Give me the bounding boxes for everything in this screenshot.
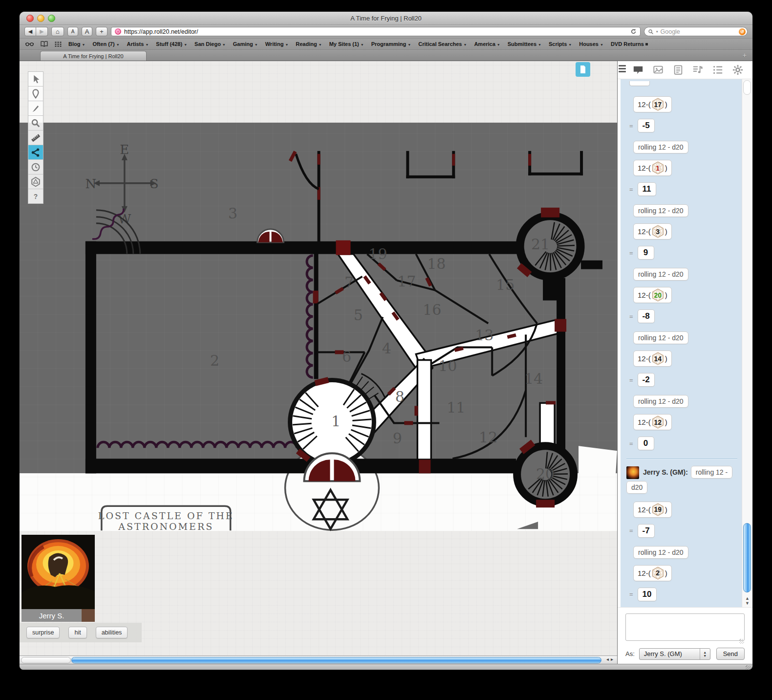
zoom-window-button[interactable] (48, 15, 55, 22)
svg-text:S: S (150, 176, 159, 191)
forward-button[interactable]: ▶ (36, 27, 48, 36)
browser-toolbar: ◀ ▶ ⌂ A A + https://app.roll20.net/edito… (20, 25, 752, 39)
bookmark-item[interactable]: Blog▼ (68, 41, 85, 47)
tool-zoom-magnifier[interactable] (28, 116, 43, 131)
character-portrait[interactable] (21, 535, 95, 609)
caret-down-icon: ▼ (145, 43, 149, 46)
home-button[interactable]: ⌂ (51, 27, 64, 36)
tool-draw-brush[interactable] (28, 101, 43, 116)
chat-scrollbar[interactable]: ▲▼ (742, 79, 752, 607)
journal-tab-icon[interactable] (672, 65, 684, 75)
room-label-2: 2 (210, 352, 219, 369)
d20-die: 17 (651, 98, 665, 111)
roll-result-row: =9 (629, 246, 737, 260)
horizontal-scrollbar[interactable]: ◂▸ (20, 656, 617, 664)
textarea-resize-grip[interactable] (739, 639, 744, 644)
search-field[interactable]: ▾ Google ↺ (644, 27, 748, 36)
tool-reveal-share[interactable] (28, 145, 43, 160)
character-panel[interactable]: Jerry S. (21, 535, 95, 622)
tool-help-question[interactable]: ? (28, 189, 43, 203)
page-content: E N S W (20, 61, 752, 664)
bookmarks-book-icon[interactable] (41, 41, 48, 47)
map-canvas[interactable]: E N S W (20, 61, 617, 663)
reload-icon[interactable] (630, 28, 637, 35)
bookmark-item[interactable]: Gaming▼ (233, 41, 258, 47)
window-title: A Time for Frying | Roll20 (350, 15, 422, 22)
url-field[interactable]: https://app.roll20.net/editor/ (111, 27, 641, 36)
jukebox-tab-icon[interactable] (692, 65, 704, 75)
speaking-as-value: Jerry S. (GM) (644, 650, 682, 657)
macro-button-abilities[interactable]: abilities (96, 627, 128, 638)
roll-result-value: 0 (638, 437, 654, 450)
chat-tab-icon[interactable] (632, 65, 644, 75)
tool-map-pin[interactable] (28, 87, 43, 101)
add-bookmark-button[interactable]: + (96, 27, 107, 36)
reveal-share-icon (30, 147, 41, 158)
bookmark-item[interactable]: Programming▼ (371, 41, 411, 47)
screen: { "window": { "title": "A Time for Fryin… (0, 0, 772, 700)
h-scroll-thumb[interactable] (71, 657, 601, 663)
caret-down-icon: ▼ (285, 43, 288, 46)
bookmark-item[interactable]: Scripts▼ (549, 41, 572, 47)
caret-down-icon: ▼ (538, 43, 541, 46)
bookmark-item[interactable]: San Diego▼ (194, 41, 226, 47)
macro-button-hit[interactable]: hit (68, 627, 86, 638)
search-icon (648, 29, 654, 35)
snapback-icon[interactable]: ↺ (739, 28, 746, 35)
bookmark-item[interactable]: DVD Returns (611, 41, 648, 47)
roll20-sidebar: 12-(17)=-5rolling 12 - d2012-(1)=11rolli… (617, 61, 752, 664)
v-scroll-arrows[interactable]: ▲▼ (742, 596, 752, 606)
new-tab-button[interactable]: + (743, 51, 747, 59)
site-favicon-icon (115, 28, 121, 35)
settings-gear-icon[interactable] (732, 65, 744, 75)
font-sm-button[interactable]: A (67, 27, 78, 36)
bookmark-item[interactable]: Submittees▼ (508, 41, 541, 47)
font-lg-button[interactable]: A (82, 27, 92, 36)
page-toolbar-button[interactable] (576, 62, 590, 77)
bookmark-item[interactable]: Writing▼ (265, 41, 289, 47)
bookmark-item[interactable]: My Sites (1)▼ (329, 41, 364, 47)
minimize-window-button[interactable] (37, 15, 44, 22)
roll-label-box: rolling 12 - d20 (633, 395, 688, 408)
tool-turn-clock[interactable] (28, 160, 43, 175)
bookmark-item[interactable]: Artists▼ (127, 41, 149, 47)
room-label-18: 18 (427, 255, 446, 272)
equals-sign: = (629, 186, 633, 193)
top-sites-grid-icon[interactable] (55, 42, 62, 47)
roll-formula-row: 12-(1) (633, 160, 737, 176)
back-button[interactable]: ◀ (24, 27, 36, 36)
draw-brush-icon (30, 103, 41, 114)
tool-measure-ruler[interactable] (28, 131, 43, 145)
window-resize-grip[interactable] (746, 665, 751, 670)
turn-list-tab-icon[interactable] (712, 65, 724, 75)
sidebar-collapse-handle[interactable] (619, 65, 626, 72)
map-sign: LOST CASTLE OF THE ASTRONOMERS (98, 506, 234, 532)
tool-select-pointer[interactable] (28, 72, 43, 87)
map-pin-icon (30, 88, 41, 99)
author-avatar (626, 466, 639, 479)
h-scroll-arrows[interactable]: ◂▸ (606, 656, 615, 662)
reading-glasses-icon[interactable] (25, 42, 34, 46)
page-icon (579, 65, 587, 74)
send-button[interactable]: Send (716, 648, 745, 660)
tab-bar: A Time for Frying | Roll20 + (20, 50, 752, 61)
room-label-3: 3 (228, 205, 237, 222)
speaking-as-select[interactable]: Jerry S. (GM) ▲▼ (639, 648, 710, 660)
close-window-button[interactable] (26, 15, 34, 22)
chat-input[interactable] (625, 613, 745, 641)
roll-label-row: rolling 12 - d20 (633, 331, 737, 344)
v-scroll-thumb[interactable] (743, 523, 751, 592)
browser-tab[interactable]: A Time for Frying | Roll20 (40, 51, 147, 61)
bookmark-item[interactable]: America▼ (474, 41, 500, 47)
bookmark-item[interactable]: Often (7)▼ (92, 41, 119, 47)
d20-die: 12 (651, 416, 665, 429)
die-value: 17 (651, 98, 665, 111)
bookmark-item[interactable]: Stuff (428)▼ (156, 41, 187, 47)
macro-button-surprise[interactable]: surprise (26, 627, 60, 638)
die-value: 12 (651, 416, 665, 429)
tool-dice-d20[interactable] (28, 175, 43, 189)
bookmark-item[interactable]: Reading▼ (296, 41, 322, 47)
bookmark-item[interactable]: Houses▼ (579, 41, 603, 47)
art-library-tab-icon[interactable] (652, 65, 664, 75)
bookmark-item[interactable]: Critical Searches▼ (418, 41, 467, 47)
